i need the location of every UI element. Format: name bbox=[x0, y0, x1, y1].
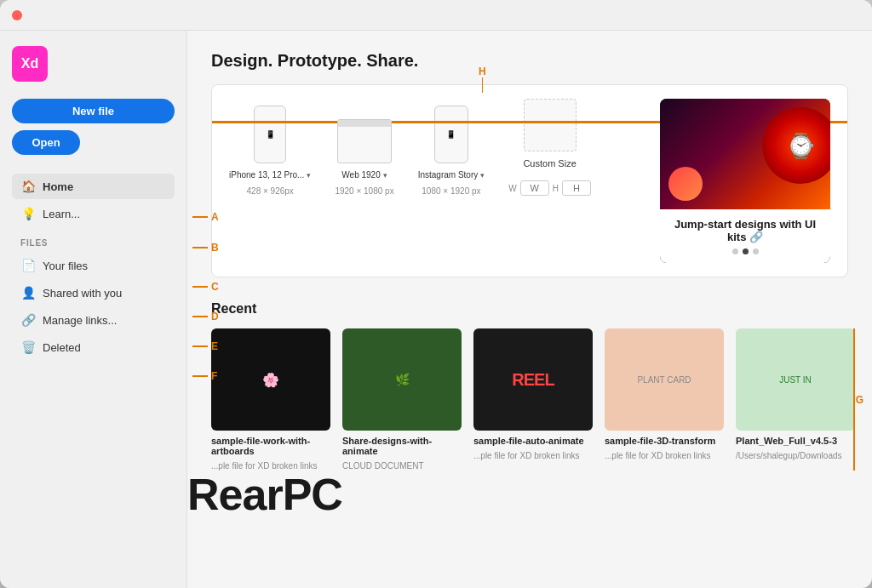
recent-item-2-name: Share-designs-with-animate bbox=[342, 436, 462, 456]
annotation-e-line bbox=[192, 345, 208, 347]
recent-item-4-name: sample-file-3D-transform bbox=[605, 436, 724, 446]
recent-item-3-sub: ...ple file for XD broken links bbox=[473, 451, 593, 460]
chevron-down-icon-3: ▾ bbox=[480, 171, 485, 180]
sidebar: Xd New file Open 🏠 Home 💡 Learn... FILES… bbox=[0, 31, 187, 588]
thumb-2-content: 🌿 bbox=[342, 328, 462, 431]
instagram-dropdown[interactable]: Instagram Story ▾ bbox=[418, 170, 485, 180]
home-icon: 🏠 bbox=[20, 180, 36, 193]
web-sublabel: 1920 × 1080 px bbox=[335, 186, 393, 196]
your-files-label: Your files bbox=[43, 260, 88, 272]
thumb-2: 🌿 bbox=[342, 328, 462, 431]
custom-width-input[interactable] bbox=[520, 180, 549, 196]
h-annotation-container: H bbox=[479, 66, 486, 93]
custom-device-icon bbox=[524, 99, 577, 151]
app-body: Xd New file Open 🏠 Home 💡 Learn... FILES… bbox=[0, 31, 872, 588]
annotation-b-line bbox=[192, 247, 208, 248]
recent-item-5-sub: /Users/shalegup/Downloads bbox=[736, 451, 855, 460]
learn-icon: 💡 bbox=[20, 207, 36, 220]
annotation-d: D bbox=[192, 311, 219, 323]
list-item[interactable]: 🌿 Share-designs-with-animate CLOUD DOCUM… bbox=[342, 328, 462, 471]
shared-icon: 👤 bbox=[20, 286, 36, 300]
new-file-panel-outer: H 📱 bbox=[211, 84, 848, 277]
close-button[interactable] bbox=[12, 10, 22, 20]
link-icon: 🔗 bbox=[20, 313, 36, 327]
list-item[interactable]: PLANT CARD sample-file-3D-transform ...p… bbox=[605, 328, 724, 471]
preset-web[interactable]: Web 1920 ▾ 1920 × 1080 px bbox=[335, 119, 393, 196]
thumb-1: 🌸 bbox=[211, 328, 330, 431]
main-title: Design. Prototype. Share. bbox=[211, 51, 848, 71]
phone-device-icon: 📱 bbox=[254, 106, 286, 163]
annotation-f-line bbox=[192, 375, 208, 377]
annotation-c: C bbox=[192, 281, 219, 293]
nav-item-deleted[interactable]: 🗑️ Deleted bbox=[12, 334, 175, 360]
thumb-5-content: JUST IN bbox=[736, 328, 855, 431]
recent-item-3-name: sample-file-auto-animate bbox=[473, 436, 593, 446]
new-file-panel: 📱 iPhone 13, 12 Pro... ▾ 428 × 926px bbox=[211, 84, 848, 277]
preset-instagram[interactable]: 📱 Instagram Story ▾ 1080 × 1920 px bbox=[418, 106, 485, 196]
file-icon: 📄 bbox=[20, 259, 36, 272]
annotation-c-line bbox=[192, 286, 208, 288]
instagram-device-icon: 📱 bbox=[434, 106, 468, 163]
list-item[interactable]: JUST IN Plant_Web_Full_v4.5-3 /Users/sha… bbox=[736, 328, 855, 471]
instagram-sublabel: 1080 × 1920 px bbox=[422, 186, 480, 196]
instagram-label: Instagram Story bbox=[418, 170, 479, 180]
h-label: H bbox=[479, 66, 486, 77]
xd-logo: Xd bbox=[12, 46, 48, 82]
promo-card: ⌚ Jump-start designs with UI kits 🔗 bbox=[660, 99, 830, 263]
watch-icon: ⌚ bbox=[762, 107, 830, 184]
presets-row: 📱 iPhone 13, 12 Pro... ▾ 428 × 926px bbox=[229, 99, 646, 196]
iphone-sublabel: 428 × 926px bbox=[247, 186, 294, 196]
g-bracket: G bbox=[842, 328, 863, 471]
promo-circle bbox=[668, 167, 703, 201]
web-dropdown[interactable]: Web 1920 ▾ bbox=[341, 170, 387, 180]
recent-item-5-name: Plant_Web_Full_v4.5-3 bbox=[736, 436, 855, 446]
thumb-5: JUST IN bbox=[736, 328, 855, 431]
deleted-label: Deleted bbox=[43, 341, 81, 354]
g-bracket-line bbox=[853, 328, 855, 471]
annotation-a-line bbox=[192, 216, 208, 218]
thumb-4-content: PLANT CARD bbox=[605, 328, 724, 431]
web-label: Web 1920 bbox=[341, 170, 380, 180]
iphone-dropdown[interactable]: iPhone 13, 12 Pro... ▾ bbox=[229, 170, 311, 180]
nav-item-manage-links[interactable]: 🔗 Manage links... bbox=[12, 307, 175, 333]
presets-area: 📱 iPhone 13, 12 Pro... ▾ 428 × 926px bbox=[229, 99, 646, 263]
dot-1 bbox=[732, 248, 738, 254]
promo-dots bbox=[732, 248, 759, 254]
nav-item-your-files[interactable]: 📄 Your files bbox=[12, 253, 175, 278]
h-line bbox=[482, 77, 483, 93]
recent-section: Recent 🌸 sample-file-work-with-artboards… bbox=[211, 301, 848, 471]
promo-title: Jump-start designs with UI kits 🔗 bbox=[670, 218, 820, 243]
list-item[interactable]: REEL sample-file-auto-animate ...ple fil… bbox=[473, 328, 593, 471]
annotation-a: A bbox=[192, 211, 219, 223]
annotation-e: E bbox=[192, 340, 218, 352]
trash-icon: 🗑️ bbox=[20, 340, 36, 354]
thumb-4: PLANT CARD bbox=[605, 328, 724, 431]
recent-item-4-sub: ...ple file for XD broken links bbox=[605, 451, 724, 460]
iphone-label: iPhone 13, 12 Pro... bbox=[229, 170, 304, 180]
custom-label: Custom Size bbox=[523, 158, 576, 168]
thumb-3-content: REEL bbox=[473, 328, 593, 431]
new-file-button[interactable]: New file bbox=[12, 99, 175, 123]
preset-iphone[interactable]: 📱 iPhone 13, 12 Pro... ▾ 428 × 926px bbox=[229, 106, 311, 196]
annotation-f: F bbox=[192, 370, 217, 382]
shared-label: Shared with you bbox=[43, 287, 122, 300]
thumb-3: REEL bbox=[473, 328, 593, 431]
g-label: G bbox=[856, 394, 863, 406]
nav-item-learn[interactable]: 💡 Learn... bbox=[12, 201, 175, 226]
h-size-label: H bbox=[553, 184, 559, 193]
list-item[interactable]: 🌸 sample-file-work-with-artboards ...ple… bbox=[211, 328, 330, 471]
recent-item-1-name: sample-file-work-with-artboards bbox=[211, 436, 330, 456]
custom-size-row: W H bbox=[508, 180, 591, 196]
nav-item-home[interactable]: 🏠 Home bbox=[12, 174, 175, 199]
recent-item-2-sub: CLOUD DOCUMENT bbox=[342, 461, 462, 471]
dot-3 bbox=[753, 248, 759, 254]
preset-custom[interactable]: Custom Size W H bbox=[508, 99, 591, 196]
custom-height-input[interactable] bbox=[562, 180, 591, 196]
recent-title: Recent bbox=[211, 301, 848, 317]
nav-item-learn-label: Learn... bbox=[43, 208, 80, 220]
nav-item-shared[interactable]: 👤 Shared with you bbox=[12, 280, 175, 305]
promo-image: ⌚ bbox=[660, 99, 830, 209]
recent-item-1-sub: ...ple file for XD broken links bbox=[211, 461, 330, 471]
open-button[interactable]: Open bbox=[12, 130, 80, 155]
files-section-label: FILES bbox=[20, 238, 166, 248]
